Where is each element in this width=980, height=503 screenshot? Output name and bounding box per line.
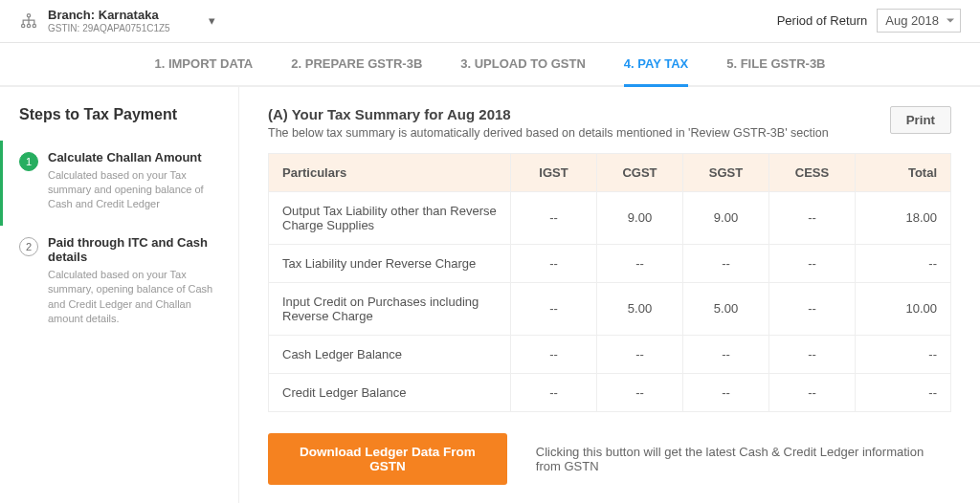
table-row: Cash Ledger Balance----------: [269, 335, 951, 373]
cell-cgst: --: [597, 373, 683, 411]
table-row: Tax Liability under Reverse Charge------…: [269, 244, 951, 282]
cell-cgst: --: [597, 335, 683, 373]
cell-sgst: --: [683, 335, 769, 373]
branch-name: Branch: Karnataka: [48, 8, 170, 23]
download-note: Clicking this button will get the latest…: [536, 445, 951, 473]
cell-cess: --: [769, 191, 856, 244]
svg-point-2: [27, 24, 30, 27]
sidebar-step-title: Calculate Challan Amount: [48, 150, 225, 164]
cell-igst: --: [511, 373, 597, 411]
cell-cgst: 5.00: [597, 282, 683, 335]
cell-p: Input Credit on Purchases including Reve…: [269, 282, 511, 335]
cell-total: 18.00: [856, 191, 951, 244]
table-row: Output Tax Liability other than Reverse …: [269, 191, 951, 244]
cell-cess: --: [769, 244, 856, 282]
cell-sgst: 5.00: [683, 282, 769, 335]
table-row: Input Credit on Purchases including Reve…: [269, 282, 951, 335]
step-upload-gstn[interactable]: 3. UPLOAD TO GSTN: [460, 56, 586, 85]
sidebar-step-desc: Calculated based on your Tax summary and…: [48, 168, 225, 212]
table-row: Credit Ledger Balance----------: [269, 373, 951, 411]
cell-sgst: 9.00: [683, 191, 769, 244]
cell-total: --: [856, 244, 951, 282]
cell-p: Tax Liability under Reverse Charge: [269, 244, 511, 282]
cell-igst: --: [511, 191, 597, 244]
branch-selector[interactable]: Branch: Karnataka GSTIN: 29AQAPA0751C1Z5…: [19, 8, 215, 34]
cell-igst: --: [511, 335, 597, 373]
org-tree-icon: [19, 11, 38, 31]
cell-cgst: --: [597, 244, 683, 282]
cell-p: Credit Ledger Balance: [269, 373, 511, 411]
cell-igst: --: [511, 282, 597, 335]
svg-point-0: [27, 13, 30, 16]
col-total: Total: [856, 153, 951, 191]
sidebar-step-itc-cash[interactable]: 2 Paid through ITC and Cash details Calc…: [19, 226, 238, 340]
cell-total: --: [856, 373, 951, 411]
cell-total: --: [856, 335, 951, 373]
chevron-down-icon: ▾: [209, 13, 215, 28]
col-sgst: SGST: [683, 153, 769, 191]
cell-p: Cash Ledger Balance: [269, 335, 511, 373]
step-prepare-gstr3b[interactable]: 2. PREPARE GSTR-3B: [291, 56, 422, 85]
sidebar-step-challan[interactable]: 1 Calculate Challan Amount Calculated ba…: [0, 141, 238, 226]
sidebar: Steps to Tax Payment 1 Calculate Challan…: [0, 87, 239, 503]
sidebar-step-desc: Calculated based on your Tax summary, op…: [48, 268, 225, 327]
period-select[interactable]: Aug 2018: [877, 9, 961, 33]
workflow-steps: 1. IMPORT DATA 2. PREPARE GSTR-3B 3. UPL…: [0, 43, 980, 87]
sidebar-step-title: Paid through ITC and Cash details: [48, 235, 225, 264]
step-number-icon: 2: [19, 237, 38, 256]
branch-gstin: GSTIN: 29AQAPA0751C1Z5: [48, 23, 170, 34]
sidebar-heading: Steps to Tax Payment: [19, 106, 238, 123]
step-pay-tax[interactable]: 4. PAY TAX: [624, 56, 688, 87]
col-cess: CESS: [769, 153, 856, 191]
cell-cess: --: [769, 282, 856, 335]
svg-point-3: [33, 24, 35, 27]
summary-subtitle: The below tax summary is automatically d…: [268, 126, 829, 140]
cell-cess: --: [769, 335, 856, 373]
cell-cgst: 9.00: [597, 191, 683, 244]
cell-sgst: --: [683, 373, 769, 411]
svg-point-1: [22, 24, 25, 27]
cell-sgst: --: [683, 244, 769, 282]
col-particulars: Particulars: [269, 153, 511, 191]
col-cgst: CGST: [597, 153, 683, 191]
period-label: Period of Return: [777, 13, 868, 28]
step-file-gstr3b[interactable]: 5. FILE GSTR-3B: [726, 56, 825, 85]
cell-cess: --: [769, 373, 856, 411]
col-igst: IGST: [511, 153, 597, 191]
summary-title: (A) Your Tax Summary for Aug 2018: [268, 106, 829, 122]
cell-igst: --: [511, 244, 597, 282]
cell-p: Output Tax Liability other than Reverse …: [269, 191, 511, 244]
step-import-data[interactable]: 1. IMPORT DATA: [154, 56, 253, 85]
download-ledger-button[interactable]: Download Ledger Data From GSTN: [268, 433, 507, 485]
cell-total: 10.00: [856, 282, 951, 335]
step-number-icon: 1: [19, 152, 38, 171]
tax-summary-table: Particulars IGST CGST SGST CESS Total Ou…: [268, 153, 951, 412]
print-button[interactable]: Print: [890, 106, 951, 134]
